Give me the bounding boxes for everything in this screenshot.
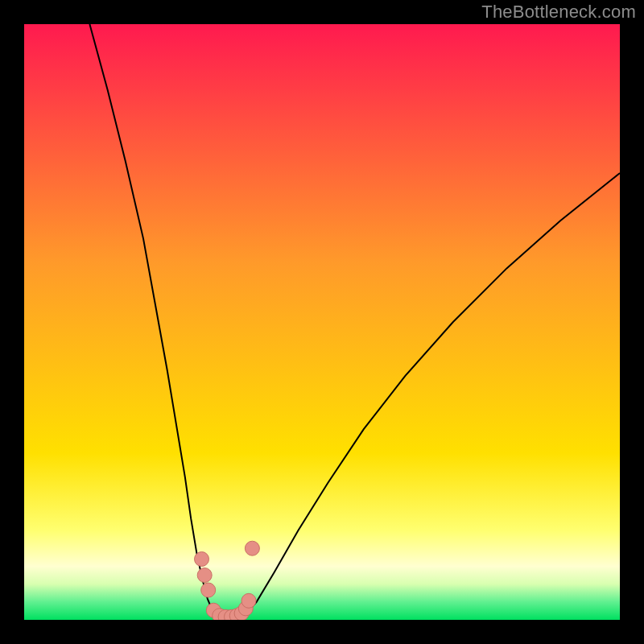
- marker-point: [242, 593, 256, 608]
- marker-point: [195, 552, 209, 567]
- marker-point: [201, 583, 216, 597]
- chart-frame: TheBottleneck.com: [0, 0, 644, 644]
- marker-point: [197, 568, 212, 583]
- marker-point: [245, 541, 259, 555]
- chart-svg: [24, 24, 620, 620]
- plot-area: [24, 24, 620, 620]
- watermark-text: TheBottleneck.com: [481, 2, 636, 23]
